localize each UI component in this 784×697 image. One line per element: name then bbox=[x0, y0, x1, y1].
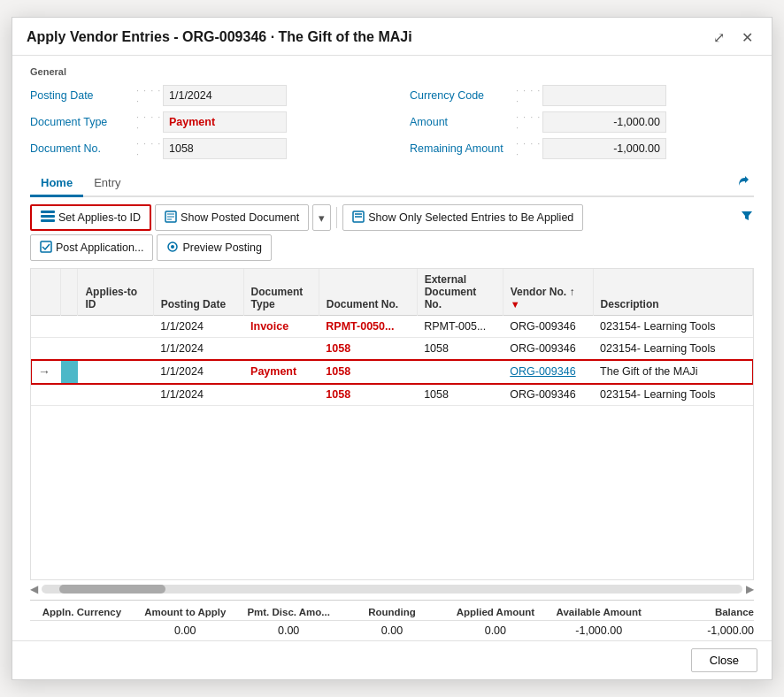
show-posted-document-button[interactable]: Show Posted Document bbox=[155, 204, 309, 231]
tab-home[interactable]: Home bbox=[30, 171, 83, 197]
row-blue-cell bbox=[61, 384, 78, 406]
posting-date-row: Posting Date · · · · · 1/1/2024 bbox=[30, 82, 374, 109]
document-type-value[interactable]: Payment bbox=[163, 111, 287, 133]
table-row[interactable]: 1/1/2024 1058 1058 ORG-009346 023154- Le… bbox=[31, 338, 753, 360]
document-no-value[interactable]: 1058 bbox=[163, 138, 287, 159]
col-document-type: DocumentType bbox=[243, 269, 319, 316]
balance-header: Balance bbox=[650, 607, 754, 617]
show-only-selected-button[interactable]: Show Only Selected Entries to Be Applied bbox=[342, 204, 583, 231]
amount-to-apply-value: 0.00 bbox=[134, 624, 237, 637]
currency-code-value[interactable] bbox=[542, 85, 666, 106]
tab-entry[interactable]: Entry bbox=[83, 171, 131, 197]
dropdown-button[interactable]: ▾ bbox=[312, 204, 331, 231]
filter-icon[interactable] bbox=[740, 209, 754, 226]
row-document-no: 1058 bbox=[319, 384, 417, 406]
close-icon[interactable]: ✕ bbox=[736, 27, 757, 48]
share-icon[interactable] bbox=[733, 172, 754, 194]
posting-date-value[interactable]: 1/1/2024 bbox=[163, 85, 287, 106]
tabs-bar: Home Entry bbox=[30, 171, 754, 197]
currency-code-label: Currency Code bbox=[410, 89, 516, 102]
row-vendor-no: ORG-009346 bbox=[503, 338, 593, 360]
amount-value[interactable]: -1,000.00 bbox=[542, 111, 666, 133]
summary-values: 0.00 0.00 0.00 0.00 -1,000.00 -1,000.00 bbox=[30, 621, 754, 640]
svg-rect-1 bbox=[41, 215, 55, 218]
table-header-row: Applies-toID Posting Date DocumentType D… bbox=[31, 269, 753, 316]
row-ext-doc-no: RPMT-005... bbox=[417, 316, 503, 338]
appln-currency-header: Appln. Currency bbox=[30, 607, 134, 617]
document-type-row: Document Type · · · · · Payment bbox=[30, 109, 374, 135]
col-document-no: Document No. bbox=[319, 269, 417, 316]
remaining-amount-label: Remaining Amount bbox=[410, 142, 516, 155]
table-row[interactable]: 1/1/2024 Invoice RPMT-0050... RPMT-005..… bbox=[31, 316, 753, 338]
summary-headers: Appln. Currency Amount to Apply Pmt. Dis… bbox=[30, 604, 754, 621]
entries-table: Applies-toID Posting Date DocumentType D… bbox=[31, 269, 753, 406]
row-vendor-no: ORG-009346 bbox=[503, 384, 593, 406]
row-arrow bbox=[31, 384, 61, 406]
row-description: 023154- Learning Tools bbox=[593, 316, 752, 338]
col-vendor-no: Vendor No. ↑▼ bbox=[503, 269, 593, 316]
document-type-label: Document Type bbox=[30, 116, 136, 128]
fields-grid: Posting Date · · · · · 1/1/2024 Document… bbox=[30, 82, 754, 162]
highlighted-row[interactable]: → 1/1/2024 Payment 1058 ORG-009346 The G… bbox=[31, 360, 753, 384]
horizontal-scrollbar[interactable]: ◀ ▶ bbox=[30, 580, 754, 598]
svg-rect-10 bbox=[41, 241, 51, 252]
set-applies-to-id-button[interactable]: Set Applies-to ID bbox=[30, 204, 151, 231]
row-blue-cell bbox=[61, 338, 78, 360]
close-button[interactable]: Close bbox=[691, 648, 757, 672]
row-arrow bbox=[31, 316, 61, 338]
pmt-disc-header: Pmt. Disc. Amo... bbox=[237, 607, 341, 617]
post-application-label: Post Application... bbox=[56, 241, 143, 254]
col-ext-doc-no: ExternalDocumentNo. bbox=[417, 269, 503, 316]
appln-currency-value bbox=[30, 624, 134, 637]
toolbar-row1: Set Applies-to ID Show Posted Document ▾… bbox=[30, 204, 754, 231]
show-posted-icon bbox=[165, 211, 177, 226]
scroll-left-arrow[interactable]: ◀ bbox=[30, 583, 38, 595]
post-application-button[interactable]: Post Application... bbox=[30, 234, 153, 261]
row-ext-doc-no: 1058 bbox=[417, 338, 503, 360]
row-ext-doc-no: 1058 bbox=[417, 384, 503, 406]
scroll-right-arrow[interactable]: ▶ bbox=[746, 583, 754, 595]
col-arrow bbox=[31, 269, 61, 316]
svg-rect-2 bbox=[41, 219, 55, 222]
scroll-thumb[interactable] bbox=[59, 585, 165, 594]
row-description: 023154- Learning Tools bbox=[593, 338, 752, 360]
preview-posting-button[interactable]: Preview Posting bbox=[157, 234, 272, 261]
row-posting-date: 1/1/2024 bbox=[153, 316, 243, 338]
row-description: The Gift of the MAJi bbox=[593, 360, 752, 384]
row-ext-doc-no bbox=[417, 360, 503, 384]
left-fields: Posting Date · · · · · 1/1/2024 Document… bbox=[30, 82, 374, 162]
row-document-no: 1058 bbox=[319, 360, 417, 384]
row-posting-date: 1/1/2024 bbox=[153, 338, 243, 360]
available-amount-header: Available Amount bbox=[547, 607, 650, 617]
title-bar-icons: ⤢ ✕ bbox=[708, 27, 757, 48]
table-body: 1/1/2024 Invoice RPMT-0050... RPMT-005..… bbox=[31, 316, 753, 406]
rounding-value: 0.00 bbox=[341, 624, 444, 637]
set-applies-icon bbox=[41, 211, 55, 226]
row-document-type: Payment bbox=[243, 360, 319, 384]
dialog-footer: Close bbox=[12, 640, 772, 679]
row-document-type: Invoice bbox=[243, 316, 319, 338]
table-row[interactable]: 1/1/2024 1058 1058 ORG-009346 023154- Le… bbox=[31, 384, 753, 406]
preview-posting-icon bbox=[166, 241, 179, 256]
row-applies-to-id bbox=[78, 316, 153, 338]
row-vendor-no[interactable]: ORG-009346 bbox=[503, 360, 593, 384]
apply-vendor-entries-dialog: Apply Vendor Entries - ORG-009346 · The … bbox=[12, 17, 772, 680]
currency-code-row: Currency Code · · · · · bbox=[410, 82, 754, 109]
title-bar: Apply Vendor Entries - ORG-009346 · The … bbox=[12, 18, 772, 56]
pmt-disc-value: 0.00 bbox=[237, 624, 341, 637]
scroll-track[interactable] bbox=[42, 585, 742, 594]
dialog-content: General Posting Date · · · · · 1/1/2024 … bbox=[12, 56, 772, 640]
svg-point-12 bbox=[171, 245, 174, 249]
col-description: Description bbox=[593, 269, 752, 316]
show-only-selected-label: Show Only Selected Entries to Be Applied bbox=[368, 211, 573, 224]
col-applies-to-id: Applies-toID bbox=[78, 269, 153, 316]
row-blue-cell bbox=[61, 316, 78, 338]
amount-label: Amount bbox=[410, 116, 516, 128]
expand-icon[interactable]: ⤢ bbox=[708, 27, 729, 48]
row-applies-to-id bbox=[78, 338, 153, 360]
row-document-type bbox=[243, 384, 319, 406]
remaining-amount-value[interactable]: -1,000.00 bbox=[542, 138, 666, 159]
svg-rect-0 bbox=[41, 211, 55, 213]
row-vendor-no: ORG-009346 bbox=[503, 316, 593, 338]
col-blue bbox=[61, 269, 78, 316]
